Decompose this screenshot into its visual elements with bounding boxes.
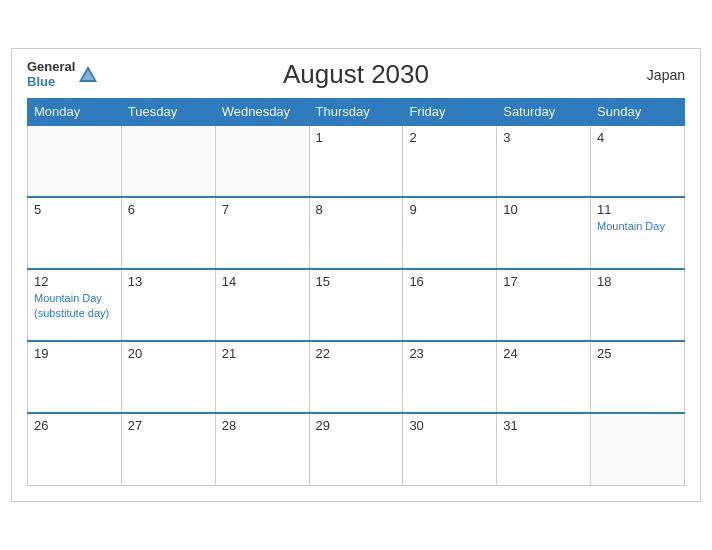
day-number: 16: [409, 274, 490, 289]
day-number: 23: [409, 346, 490, 361]
country-label: Japan: [647, 67, 685, 83]
week-row-0: 1234: [28, 125, 685, 197]
calendar-cell: 27: [121, 413, 215, 485]
calendar-cell: 4: [591, 125, 685, 197]
day-number: 19: [34, 346, 115, 361]
holiday-name: Mountain Day (substitute day): [34, 291, 115, 320]
calendar-cell: 8: [309, 197, 403, 269]
calendar-cell: 7: [215, 197, 309, 269]
day-header-thursday: Thursday: [309, 99, 403, 126]
day-number: 11: [597, 202, 678, 217]
day-header-tuesday: Tuesday: [121, 99, 215, 126]
calendar-cell: [591, 413, 685, 485]
week-row-1: 567891011Mountain Day: [28, 197, 685, 269]
calendar-cell: 1: [309, 125, 403, 197]
calendar-cell: 15: [309, 269, 403, 341]
calendar-cell: 20: [121, 341, 215, 413]
day-number: 26: [34, 418, 115, 433]
calendar-cell: 11Mountain Day: [591, 197, 685, 269]
calendar-cell: 25: [591, 341, 685, 413]
week-row-4: 262728293031: [28, 413, 685, 485]
day-number: 10: [503, 202, 584, 217]
calendar-cell: 16: [403, 269, 497, 341]
calendar-cell: 24: [497, 341, 591, 413]
logo-icon: [77, 64, 99, 86]
logo-general: General: [27, 59, 75, 74]
day-number: 31: [503, 418, 584, 433]
day-number: 12: [34, 274, 115, 289]
day-number: 24: [503, 346, 584, 361]
day-number: 2: [409, 130, 490, 145]
calendar-cell: 30: [403, 413, 497, 485]
week-row-3: 19202122232425: [28, 341, 685, 413]
day-number: 27: [128, 418, 209, 433]
day-number: 8: [316, 202, 397, 217]
day-header-monday: Monday: [28, 99, 122, 126]
calendar-cell: 6: [121, 197, 215, 269]
calendar-cell: 28: [215, 413, 309, 485]
calendar-title: August 2030: [283, 59, 429, 90]
calendar-cell: 23: [403, 341, 497, 413]
calendar-cell: [28, 125, 122, 197]
calendar-cell: 2: [403, 125, 497, 197]
calendar-cell: 17: [497, 269, 591, 341]
day-number: 15: [316, 274, 397, 289]
day-number: 17: [503, 274, 584, 289]
days-header-row: MondayTuesdayWednesdayThursdayFridaySatu…: [28, 99, 685, 126]
calendar-header: General Blue August 2030 Japan: [27, 59, 685, 90]
calendar-cell: [121, 125, 215, 197]
holiday-name: Mountain Day: [597, 219, 678, 233]
calendar-cell: [215, 125, 309, 197]
day-number: 28: [222, 418, 303, 433]
calendar-cell: 26: [28, 413, 122, 485]
calendar-cell: 22: [309, 341, 403, 413]
calendar-cell: 13: [121, 269, 215, 341]
day-number: 25: [597, 346, 678, 361]
day-number: 9: [409, 202, 490, 217]
week-row-2: 12Mountain Day (substitute day)131415161…: [28, 269, 685, 341]
calendar-cell: 14: [215, 269, 309, 341]
day-number: 4: [597, 130, 678, 145]
day-number: 20: [128, 346, 209, 361]
calendar-cell: 19: [28, 341, 122, 413]
logo: General Blue: [27, 60, 99, 89]
day-number: 3: [503, 130, 584, 145]
day-number: 29: [316, 418, 397, 433]
day-number: 7: [222, 202, 303, 217]
logo-blue: Blue: [27, 74, 55, 89]
day-number: 21: [222, 346, 303, 361]
day-number: 5: [34, 202, 115, 217]
day-number: 30: [409, 418, 490, 433]
calendar-grid: MondayTuesdayWednesdayThursdayFridaySatu…: [27, 98, 685, 486]
day-number: 1: [316, 130, 397, 145]
calendar-cell: 5: [28, 197, 122, 269]
calendar-cell: 9: [403, 197, 497, 269]
day-number: 14: [222, 274, 303, 289]
day-header-friday: Friday: [403, 99, 497, 126]
day-number: 22: [316, 346, 397, 361]
day-header-sunday: Sunday: [591, 99, 685, 126]
calendar-cell: 10: [497, 197, 591, 269]
day-header-wednesday: Wednesday: [215, 99, 309, 126]
calendar-cell: 29: [309, 413, 403, 485]
day-number: 18: [597, 274, 678, 289]
calendar-cell: 12Mountain Day (substitute day): [28, 269, 122, 341]
calendar-container: General Blue August 2030 Japan MondayTue…: [11, 48, 701, 502]
day-header-saturday: Saturday: [497, 99, 591, 126]
calendar-cell: 3: [497, 125, 591, 197]
calendar-cell: 18: [591, 269, 685, 341]
calendar-cell: 31: [497, 413, 591, 485]
day-number: 6: [128, 202, 209, 217]
day-number: 13: [128, 274, 209, 289]
calendar-cell: 21: [215, 341, 309, 413]
